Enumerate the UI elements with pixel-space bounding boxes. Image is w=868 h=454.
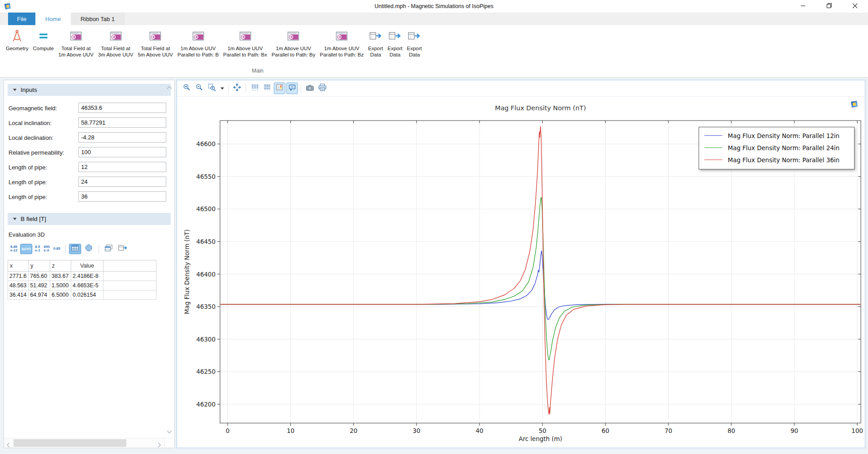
length-of-pipe-2-input[interactable] bbox=[78, 177, 166, 187]
input-field-row: Length of pipe: bbox=[4, 175, 174, 190]
auto-label: AUTO bbox=[22, 247, 31, 251]
export-table-button[interactable] bbox=[117, 244, 129, 254]
chart-legend[interactable]: Mag Flux Density Norm: Parallel 12inMag … bbox=[699, 127, 855, 169]
ribbon-button-compute[interactable]: Compute bbox=[31, 27, 56, 52]
table-row[interactable]: 48.56351.4921.50004.6653E-5 bbox=[8, 281, 156, 290]
precision-8-85e-12-button[interactable]: 8.85e-12 bbox=[10, 245, 17, 253]
ribbon-button-label: 1m Above UUV Parallel to Path: Bz bbox=[320, 45, 364, 58]
x-tick-label: 60 bbox=[591, 427, 620, 434]
minimize-button[interactable] bbox=[790, 0, 816, 13]
ribbon-button-total-field-5m[interactable]: Total Field at 5m Above UUV bbox=[135, 27, 175, 59]
export-data-icon bbox=[389, 28, 402, 44]
legend-entry-label: Mag Flux Density Norm: Parallel 12in bbox=[728, 132, 839, 139]
precision-label: 0.85 bbox=[53, 247, 60, 251]
close-button[interactable] bbox=[842, 0, 868, 13]
y-tick-label: 46400 bbox=[183, 271, 216, 278]
ribbon-button-parallel-b[interactable]: 1m Above UUV Parallel to Path: B bbox=[175, 27, 221, 59]
globe-icon bbox=[85, 244, 93, 254]
toolbar-separator bbox=[65, 245, 65, 253]
x-tick-label: 100 bbox=[843, 427, 868, 434]
y-tick-label: 46200 bbox=[183, 401, 216, 408]
legend-entry: Mag Flux Density Norm: Parallel 24in bbox=[701, 142, 851, 154]
plot-group-icon bbox=[110, 28, 122, 44]
scroll-up-icon[interactable] bbox=[167, 83, 172, 91]
table-view-button[interactable] bbox=[69, 244, 81, 254]
table-cell: 64.974 bbox=[29, 290, 50, 300]
geomagnetic-field-label: Geomagnetic field: bbox=[9, 105, 57, 112]
scroll-down-icon[interactable] bbox=[167, 427, 172, 435]
table-row[interactable]: 36.41464.9746.50000.026154 bbox=[8, 290, 156, 300]
column-header-y: y bbox=[29, 260, 50, 272]
tab-ribbon-tab-1[interactable]: Ribbon Tab 1 bbox=[71, 13, 125, 25]
legend-entry-label: Mag Flux Density Norm: Parallel 36in bbox=[728, 156, 839, 164]
scroll-right-icon[interactable] bbox=[158, 441, 161, 450]
scrollbar-thumb[interactable] bbox=[13, 439, 126, 447]
tab-home[interactable]: Home bbox=[35, 13, 71, 25]
table-cell: 36.414 bbox=[8, 290, 29, 300]
tab-file[interactable]: File bbox=[8, 13, 35, 25]
window-title: Untitled.mph - Magnetic Simulations of I… bbox=[0, 3, 868, 9]
full-precision-button[interactable] bbox=[83, 244, 95, 254]
ribbon-button-parallel-by[interactable]: 1m Above UUV Parallel to Path: By bbox=[269, 27, 318, 59]
legend-line-swatch bbox=[704, 160, 722, 160]
length-of-pipe-1-label: Length of pipe: bbox=[9, 164, 47, 171]
plot-group-icon bbox=[287, 28, 299, 44]
ribbon-button-total-field-3m[interactable]: Total Field at 3m Above UUV bbox=[96, 27, 136, 59]
y-tick-label: 46300 bbox=[183, 336, 216, 343]
length-of-pipe-1-input[interactable] bbox=[78, 162, 166, 172]
local-declination-input[interactable] bbox=[78, 132, 166, 143]
precision-auto-button[interactable]: AUTO bbox=[20, 244, 32, 254]
plot-group-icon bbox=[336, 28, 348, 44]
input-field-row: Geomagnetic field: bbox=[4, 101, 174, 116]
bfield-section-header[interactable]: B field [T] bbox=[8, 213, 171, 225]
precision-850e-3-button[interactable]: 850e-3 bbox=[44, 245, 50, 253]
length-of-pipe-3-input[interactable] bbox=[78, 191, 166, 202]
x-tick-label: 10 bbox=[276, 427, 305, 434]
ribbon-button-geometry[interactable]: Geometry bbox=[4, 27, 31, 52]
restore-button[interactable] bbox=[816, 0, 842, 13]
plot-group-icon bbox=[239, 28, 251, 44]
horizontal-scrollbar[interactable] bbox=[4, 438, 164, 447]
y-tick-label: 46600 bbox=[183, 140, 216, 147]
chart-title: Mag Flux Density Norm (nT) bbox=[220, 104, 861, 112]
ribbon-button-parallel-bz[interactable]: 1m Above UUV Parallel to Path: Bz bbox=[318, 27, 366, 59]
relative-permeability-label: Relative permeability: bbox=[9, 149, 64, 156]
ribbon-button-label: Geometry bbox=[6, 45, 29, 52]
precision-8-5e-1-button[interactable]: 8.5e-1 bbox=[35, 245, 40, 253]
ribbon-button-export-data-1[interactable]: Export Data bbox=[366, 27, 385, 59]
ribbon-button-parallel-bx[interactable]: 1m Above UUV Parallel to Path: Bx bbox=[221, 27, 269, 59]
table-toolbar: 8.85e-12AUTO8.5e-1850e-30.85 bbox=[9, 243, 174, 255]
toolbar-separator bbox=[99, 245, 99, 253]
precision-label: e-12 bbox=[10, 249, 17, 253]
ribbon-button-export-data-3[interactable]: Export Data bbox=[405, 27, 424, 59]
ribbon-button-label: Total Field at 1m Above UUV bbox=[58, 45, 94, 58]
ribbon-button-export-data-2[interactable]: Export Data bbox=[385, 27, 405, 59]
table-cell: 48.563 bbox=[8, 281, 29, 290]
relative-permeability-input[interactable] bbox=[78, 147, 166, 157]
comsol-logo-icon bbox=[851, 100, 858, 108]
ribbon-group-label: Main bbox=[0, 68, 515, 74]
precision-0-85-button[interactable]: 0.85 bbox=[53, 247, 60, 251]
local-inclination-input[interactable] bbox=[78, 117, 166, 128]
close-icon bbox=[852, 2, 858, 10]
table-cell: 0.026154 bbox=[71, 290, 104, 300]
ribbon-button-total-field-1m[interactable]: Total Field at 1m Above UUV bbox=[56, 27, 96, 59]
export-data-icon bbox=[408, 28, 421, 44]
copy-table-button[interactable] bbox=[103, 244, 115, 254]
ribbon: GeometryComputeTotal Field at 1m Above U… bbox=[0, 25, 868, 78]
ribbon-button-label: Export Data bbox=[388, 45, 402, 58]
legend-line-swatch bbox=[704, 135, 722, 136]
collapse-triangle-icon bbox=[13, 218, 17, 220]
length-of-pipe-3-label: Length of pipe: bbox=[9, 194, 47, 200]
geomagnetic-field-input[interactable] bbox=[78, 103, 166, 113]
plot-group-icon bbox=[149, 28, 161, 44]
legend-line-swatch bbox=[704, 147, 722, 148]
ribbon-button-label: Export Data bbox=[368, 45, 383, 58]
inputs-section-header[interactable]: Inputs bbox=[8, 84, 171, 96]
scroll-left-icon[interactable] bbox=[7, 441, 10, 450]
table-cell: 765.60 bbox=[29, 272, 50, 281]
evaluation-table: xyzValue2771.6765.60383.672.4186E-848.56… bbox=[8, 260, 156, 300]
x-tick-label: 80 bbox=[717, 427, 746, 434]
table-row[interactable]: 2771.6765.60383.672.4186E-8 bbox=[8, 272, 156, 281]
geometry-icon bbox=[11, 28, 23, 44]
